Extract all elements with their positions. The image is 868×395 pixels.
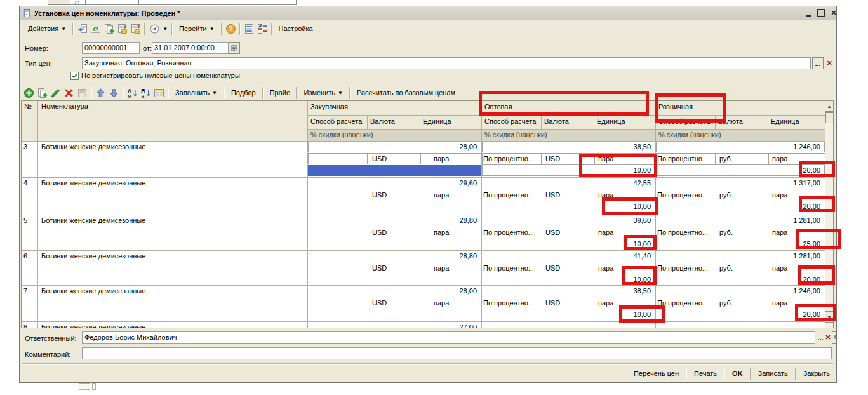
purchase-currency-cell[interactable]: USD [372, 264, 418, 272]
retail-discount-cell[interactable]: 20,00 [658, 311, 820, 319]
edit-row-icon[interactable] [50, 88, 61, 98]
wholesale-currency-cell[interactable]: USD [545, 155, 592, 163]
retail-currency-cell[interactable]: руб. [719, 264, 766, 272]
retail-discount-cell[interactable]: 20,00 [658, 166, 820, 175]
column-header-number[interactable]: № [24, 102, 32, 110]
wholesale-unit-cell[interactable]: пара [598, 299, 644, 307]
group-header-wholesale[interactable]: Оптовая [484, 103, 512, 110]
table-row[interactable]: 8Ботинки женские демисезонные27,00 [22, 321, 825, 328]
table-row[interactable]: 7Ботинки женские демисезонные28,00USDпар… [22, 285, 825, 321]
maximize-button[interactable] [817, 9, 825, 18]
price-list-button[interactable]: Перечень цен [629, 368, 684, 379]
calculate-by-base-prices-button[interactable]: Рассчитать по базовым ценам [352, 87, 460, 98]
scroll-up-button[interactable]: ▲ [825, 100, 834, 112]
item-name-cell[interactable]: Ботинки женские демисезонные [41, 179, 302, 187]
scroll-thumb[interactable] [825, 112, 834, 123]
retail-unit-cell[interactable]: пара [772, 229, 813, 237]
move-down-icon[interactable] [109, 88, 119, 98]
retail-price-cell[interactable]: 1 317,00 [658, 179, 820, 187]
refresh-icon[interactable] [90, 23, 101, 34]
ok-button[interactable]: OK [727, 368, 748, 379]
settings-button[interactable]: Настройка [274, 23, 317, 34]
purchase-price-cell[interactable]: 28,80 [310, 252, 477, 260]
retail-price-cell[interactable]: 1 246,00 [658, 143, 820, 151]
item-name-cell[interactable]: Ботинки женские демисезонные [41, 287, 302, 295]
wholesale-method-cell[interactable]: По процентно... [483, 191, 538, 199]
row-number[interactable]: 4 [23, 179, 36, 187]
wholesale-price-cell[interactable]: 39,60 [484, 217, 651, 225]
wholesale-method-cell[interactable]: По процентно... [483, 229, 538, 237]
row-number[interactable]: 8 [23, 323, 36, 328]
title-bar[interactable]: Установка цен номенклатуры: Проведен * ✕ [20, 6, 836, 20]
wholesale-unit-cell[interactable]: пара [598, 155, 644, 163]
filter-settings-icon[interactable] [257, 23, 268, 34]
wholesale-price-cell[interactable]: 38,50 [484, 143, 651, 151]
wholesale-unit-cell[interactable]: пара [598, 191, 644, 199]
retail-method-cell[interactable]: По процентно... [657, 155, 712, 163]
sort-descending-icon[interactable]: Я а [140, 88, 151, 98]
table-row[interactable]: 5Ботинки женские демисезонные28,80USDпар… [22, 215, 825, 250]
retail-unit-cell[interactable]: пара [772, 155, 813, 163]
purchase-unit-cell[interactable]: пара [434, 191, 479, 199]
wholesale-method-cell[interactable]: По процентно... [483, 299, 538, 307]
wholesale-price-cell[interactable]: 38,50 [484, 287, 651, 295]
purchase-unit-cell[interactable]: пара [434, 299, 479, 307]
purchase-price-cell[interactable]: 28,80 [310, 217, 477, 225]
create-based-on-button[interactable]: ▼ [147, 22, 170, 36]
wholesale-discount-cell[interactable]: 10,00 [484, 166, 651, 175]
add-row-icon[interactable] [23, 88, 34, 98]
retail-method-cell[interactable]: По процентно... [657, 229, 712, 237]
item-name-cell[interactable]: Ботинки женские демисезонные [41, 143, 302, 151]
subheader-unit[interactable]: Единица [771, 117, 799, 125]
purchase-currency-cell[interactable]: USD [372, 229, 418, 237]
comment-input[interactable] [82, 347, 832, 359]
price-list-icon[interactable] [154, 88, 164, 98]
responsible-clear-button[interactable]: ✕ [824, 331, 832, 344]
pick-button[interactable]: Подбор [227, 87, 260, 98]
retail-method-cell[interactable]: По процентно... [657, 264, 712, 272]
fill-button[interactable]: Заполнить▼ [171, 87, 222, 98]
print-button[interactable]: Печать [689, 368, 722, 379]
skip-zero-prices-checkbox[interactable] [70, 72, 79, 80]
row-number[interactable]: 7 [23, 287, 36, 295]
reread-icon[interactable] [77, 23, 88, 34]
actions-button[interactable]: Действия▼ [23, 23, 70, 34]
end-edit-icon-disabled[interactable] [77, 88, 88, 98]
wholesale-method-cell[interactable]: По процентно... [483, 155, 538, 163]
number-input[interactable]: 00000000001 [82, 42, 140, 54]
save-button[interactable]: Записать [753, 368, 793, 379]
subheader-method[interactable]: Способ расчета [484, 117, 536, 125]
vertical-scrollbar[interactable] [825, 100, 834, 328]
copy-row-icon[interactable] [37, 88, 48, 98]
wholesale-unit-cell[interactable]: пара [598, 264, 644, 272]
retail-price-cell[interactable]: 1 246,00 [658, 287, 820, 295]
retail-method-cell[interactable]: По процентно... [657, 191, 712, 199]
post-document-icon[interactable] [117, 23, 128, 34]
subheader-currency[interactable]: Валюта [544, 117, 569, 125]
responsible-input[interactable]: Федоров Борис Михайлович [82, 331, 815, 344]
purchase-unit-cell[interactable]: пара [434, 155, 479, 163]
column-header-item[interactable]: Номенклатура [41, 102, 88, 110]
price-type-clear-button[interactable]: ✕ [825, 57, 834, 69]
table-row[interactable]: 6Ботинки женские демисезонные28,80USDпар… [22, 250, 825, 285]
purchase-price-cell[interactable]: 28,00 [310, 287, 477, 295]
price-type-select-button[interactable]: ... [812, 57, 824, 69]
table-row[interactable]: 3Ботинки женские демисезонные28,00USDпар… [22, 141, 825, 177]
retail-price-cell[interactable]: 1 281,00 [658, 252, 820, 260]
retail-currency-cell[interactable]: руб. [719, 229, 766, 237]
item-name-cell[interactable]: Ботинки женские демисезонные [41, 252, 302, 260]
wholesale-method-cell[interactable]: По процентно... [483, 264, 538, 272]
close-form-button[interactable]: Закрыть [798, 368, 835, 379]
subheader-unit[interactable]: Единица [423, 117, 451, 125]
wholesale-discount-cell[interactable]: 10,00 [484, 240, 651, 248]
responsible-search-button[interactable] [832, 331, 837, 344]
retail-unit-cell[interactable]: пара [772, 299, 813, 307]
row-number[interactable]: 5 [23, 217, 36, 225]
subheader-currency[interactable]: Валюта [370, 117, 395, 125]
retail-discount-cell[interactable]: 25,00 [658, 240, 820, 248]
sort-ascending-icon[interactable]: А я [127, 88, 138, 98]
delete-row-icon[interactable] [63, 88, 74, 98]
wholesale-currency-cell[interactable]: USD [545, 264, 592, 272]
wholesale-discount-cell[interactable]: 10,00 [484, 276, 651, 284]
wholesale-discount-cell[interactable]: 10,00 [484, 311, 651, 319]
